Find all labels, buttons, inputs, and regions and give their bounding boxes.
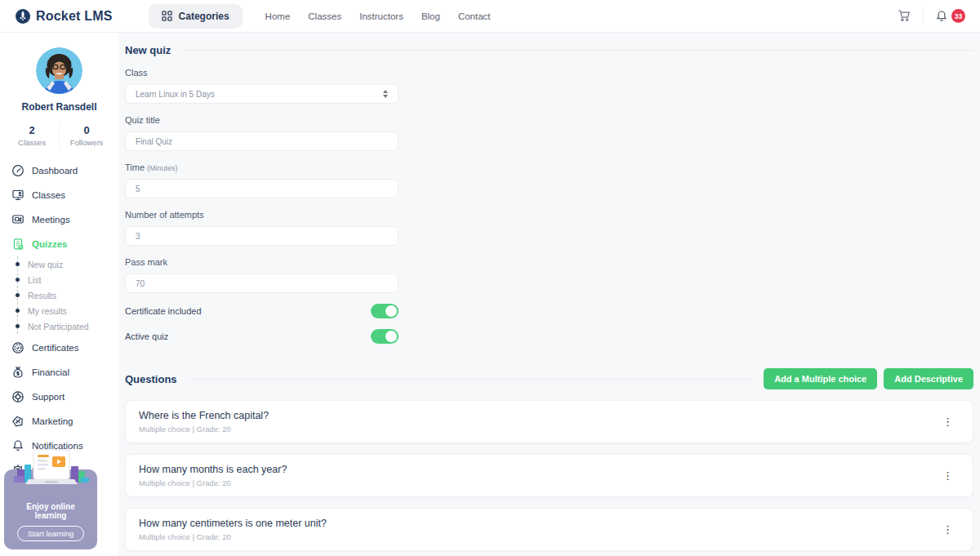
certificate-toggle[interactable] [371,304,399,318]
select-caret-icon [383,90,388,98]
quiz-title-label: Quiz title [125,115,399,125]
main-content: New quiz Class Learn Linux in 5 Days Qui… [118,33,980,556]
sidebar-item-certificates[interactable]: Certificates [11,336,118,360]
pass-mark-field-group: Pass mark [125,257,399,293]
divider [180,50,973,51]
brand-name: Rocket LMS [36,9,113,24]
user-stats: 2 Classes 0 Followers [5,124,114,147]
class-select[interactable]: Learn Linux in 5 Days [125,84,399,104]
quiz-title-input[interactable] [125,131,399,151]
cart-button[interactable] [898,9,911,23]
question-card: Where is the French capital? Multiple ch… [125,400,973,443]
time-hint: (Minutes) [147,164,178,172]
start-learning-button[interactable]: Start learning [17,526,85,541]
question-card: How many months is each year? Multiple c… [125,454,973,497]
notifications-button[interactable] [935,10,948,23]
toggle-knob [385,331,397,342]
question-menu-button[interactable]: ⋮ [936,467,960,484]
navbar-divider [923,7,924,25]
main-nav: Home Classes Instructors Blog Contact [265,11,491,21]
sidebar-item-classes[interactable]: Classes [11,183,118,207]
submenu-my-results[interactable]: My results [18,303,118,318]
promo-text: Enjoy online learning [11,502,91,520]
lifebuoy-icon [11,390,24,403]
cart-icon [898,9,911,23]
question-menu-button[interactable]: ⋮ [936,413,960,430]
active-quiz-toggle-label: Active quiz [125,331,168,341]
certificate-toggle-row: Certificate included [125,304,399,318]
question-card: How many centimeters is one meter unit? … [125,508,973,551]
user-name: Robert Ransdell [0,101,118,113]
time-input[interactable] [125,179,399,198]
time-label: Time (Minutes) [125,162,399,172]
dashboard-icon [11,164,24,177]
attempts-field-group: Number of attempts [125,210,399,246]
rocket-logo-icon [15,8,31,24]
pass-mark-input[interactable] [125,274,399,293]
marketing-icon [11,415,24,428]
nav-link-blog[interactable]: Blog [421,11,440,21]
bullet-dot [16,293,20,297]
question-title: How many months is each year? [139,464,287,475]
sidebar-item-dashboard[interactable]: Dashboard [11,158,118,183]
time-field-group: Time (Minutes) [125,162,399,198]
submenu-not-participated[interactable]: Not Participated [18,318,118,334]
questions-title: Questions [125,373,177,385]
nav-link-contact[interactable]: Contact [458,11,491,21]
class-label: Class [125,68,399,78]
stat-classes: 2 Classes [5,124,59,147]
question-meta: Multiple choice | Grade: 20 [139,532,327,541]
divider [187,379,755,380]
active-quiz-toggle[interactable] [371,329,399,344]
categories-button[interactable]: Categories [149,4,243,29]
submenu-list[interactable]: List [18,272,118,287]
classes-icon [11,189,24,202]
question-menu-button[interactable]: ⋮ [936,521,960,538]
sidebar: Robert Ransdell 2 Classes 0 Followers Da… [0,33,118,556]
pass-mark-label: Pass mark [125,257,399,267]
nav-link-classes[interactable]: Classes [308,11,341,21]
quizzes-submenu: New quiz List Results My results Not Par… [17,256,118,334]
question-meta: Multiple choice | Grade: 20 [139,425,269,434]
user-avatar[interactable] [36,47,82,94]
certificate-icon [11,341,24,354]
quiz-icon [11,238,24,251]
promo-card: Enjoy online learning Start learning [4,469,97,549]
bullet-dot [16,278,20,282]
sidebar-item-financial[interactable]: Financial [11,360,118,385]
question-title: How many centimeters is one meter unit? [139,518,327,529]
sidebar-item-meetings[interactable]: Meetings [11,207,118,232]
submenu-new-quiz[interactable]: New quiz [18,256,118,272]
attempts-input[interactable] [125,226,399,246]
active-quiz-toggle-row: Active quiz [125,329,399,344]
categories-label: Categories [179,11,229,22]
brand-logo[interactable]: Rocket LMS [15,8,113,24]
online-learning-illustration [12,448,89,494]
bullet-dot [16,324,20,328]
top-navbar: Rocket LMS Categories Home Classes Instr… [0,0,980,33]
quiz-title-field-group: Quiz title [125,115,399,151]
page-title: New quiz [125,44,171,56]
certificate-toggle-label: Certificate included [125,306,202,316]
grid-icon [162,11,172,21]
bell-icon [935,10,948,23]
meetings-icon [11,213,24,226]
question-meta: Multiple choice | Grade: 20 [139,478,287,487]
nav-link-home[interactable]: Home [265,11,291,21]
class-select-value: Learn Linux in 5 Days [136,90,215,99]
submenu-results[interactable]: Results [18,287,118,303]
sidebar-item-support[interactable]: Support [11,385,118,409]
toggle-knob [385,305,397,317]
nav-link-instructors[interactable]: Instructors [359,11,403,21]
attempts-label: Number of attempts [125,210,399,220]
question-title: Where is the French capital? [139,410,269,421]
money-bag-icon [11,366,24,379]
add-descriptive-button[interactable]: Add Descriptive [884,368,973,389]
stat-followers: 0 Followers [59,124,114,147]
sidebar-item-quizzes[interactable]: Quizzes [11,232,118,256]
add-multiple-choice-button[interactable]: Add a Multiple choice [764,368,877,389]
sidebar-item-marketing[interactable]: Marketing [11,409,118,434]
notification-count-badge[interactable]: 33 [951,9,965,23]
bullet-dot [16,262,20,266]
class-field-group: Class Learn Linux in 5 Days [125,68,399,104]
